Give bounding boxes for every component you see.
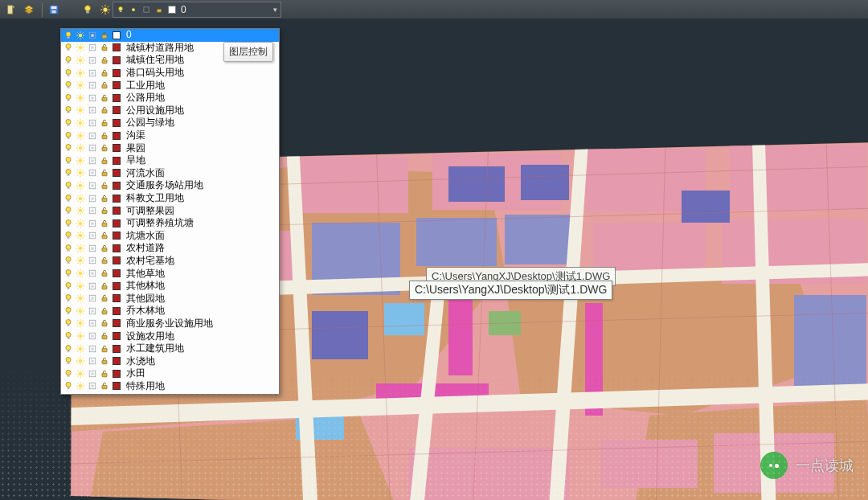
- lock-open-icon[interactable]: [99, 68, 110, 79]
- sun-icon[interactable]: [75, 393, 86, 394]
- viewport-freeze-icon[interactable]: [87, 330, 98, 342]
- layer-color-swatch[interactable]: [111, 368, 122, 379]
- viewport-freeze-icon[interactable]: [87, 305, 98, 317]
- bulb-icon[interactable]: [63, 393, 74, 394]
- lock-open-icon[interactable]: [99, 355, 110, 367]
- lock-open-icon[interactable]: [99, 268, 110, 279]
- lock-open-icon[interactable]: [99, 281, 110, 292]
- lock-open-icon[interactable]: [99, 180, 110, 191]
- layer-row[interactable]: 河流水面: [61, 167, 279, 180]
- layer-row[interactable]: 设施农用地: [61, 330, 279, 342]
- layer-color-swatch[interactable]: [111, 180, 122, 191]
- bulb-icon[interactable]: [63, 318, 74, 329]
- sun-icon-btn[interactable]: [97, 2, 113, 18]
- viewport-freeze-icon[interactable]: [87, 30, 98, 41]
- lock-open-icon[interactable]: [99, 130, 110, 141]
- sun-icon[interactable]: [75, 355, 86, 367]
- layer-row[interactable]: 水浇地: [61, 355, 279, 367]
- layer-row[interactable]: 交通服务场站用地: [61, 179, 279, 192]
- bulb-icon[interactable]: [63, 30, 74, 41]
- bulb-icon[interactable]: [63, 193, 74, 204]
- viewport-freeze-icon[interactable]: [87, 268, 98, 279]
- layer-color-swatch[interactable]: [111, 355, 122, 367]
- bulb-icon[interactable]: [63, 255, 74, 266]
- layer-color-swatch[interactable]: [111, 117, 122, 129]
- sun-icon[interactable]: [75, 268, 86, 279]
- sun-icon[interactable]: [75, 293, 86, 304]
- chevron-down-icon[interactable]: ▾: [269, 2, 280, 17]
- sun-icon[interactable]: [75, 92, 86, 104]
- sun-icon[interactable]: [75, 155, 86, 166]
- viewport-freeze-icon[interactable]: [87, 205, 98, 216]
- bulb-icon[interactable]: [63, 105, 74, 116]
- viewport-freeze-icon[interactable]: [87, 318, 98, 329]
- viewport-freeze-icon[interactable]: [87, 255, 98, 266]
- bulb-icon[interactable]: [63, 42, 74, 53]
- viewport-freeze-icon[interactable]: [87, 142, 98, 154]
- sun-icon[interactable]: [75, 105, 86, 116]
- sun-icon[interactable]: [75, 230, 86, 241]
- lock-open-icon[interactable]: [99, 230, 110, 241]
- sun-icon[interactable]: [75, 167, 86, 178]
- sun-icon[interactable]: [75, 180, 86, 191]
- bulb-icon[interactable]: [63, 268, 74, 279]
- sun-icon[interactable]: [75, 305, 86, 317]
- viewport-freeze-icon[interactable]: [87, 193, 98, 204]
- viewport-freeze-icon[interactable]: [87, 117, 98, 129]
- layer-row[interactable]: 其他园地: [61, 292, 279, 305]
- layer-color-swatch[interactable]: [111, 142, 122, 154]
- current-layer-combo[interactable]: 0 ▾: [113, 2, 281, 18]
- layer-color-swatch[interactable]: [111, 218, 122, 229]
- lock-open-icon[interactable]: [99, 117, 110, 129]
- layer-row[interactable]: 坑塘水面: [61, 230, 279, 243]
- viewport-freeze-icon[interactable]: [87, 80, 98, 91]
- layer-color-swatch[interactable]: [111, 155, 122, 166]
- viewport-freeze-icon[interactable]: [87, 380, 98, 391]
- layer-row[interactable]: 其他草地: [61, 267, 279, 280]
- lock-open-icon[interactable]: [99, 42, 110, 53]
- layer-row[interactable]: 可调整果园: [61, 204, 279, 217]
- viewport-freeze-icon[interactable]: [87, 105, 98, 116]
- layer-color-swatch[interactable]: [111, 243, 122, 254]
- lock-open-icon[interactable]: [99, 205, 110, 216]
- layer-row[interactable]: 工业用地: [61, 79, 279, 92]
- layer-row[interactable]: 商业服务业设施用地: [61, 318, 279, 330]
- bulb-icon[interactable]: [63, 343, 74, 355]
- sun-icon[interactable]: [75, 80, 86, 91]
- sun-icon[interactable]: [75, 218, 86, 229]
- layer-row[interactable]: 科教文卫用地: [61, 192, 279, 205]
- bulb-icon[interactable]: [63, 80, 74, 91]
- layer-row[interactable]: 港口码头用地: [61, 67, 279, 80]
- bulb-icon[interactable]: [63, 92, 74, 104]
- sun-icon[interactable]: [75, 193, 86, 204]
- layer-row[interactable]: 果园: [61, 141, 279, 154]
- layer-row[interactable]: 公路用地: [61, 92, 279, 105]
- toolbar-btn-c[interactable]: [46, 2, 62, 18]
- layer-row[interactable]: 沟渠: [61, 129, 279, 142]
- layer-color-swatch[interactable]: [111, 30, 122, 41]
- sun-icon[interactable]: [75, 343, 86, 355]
- bulb-icon[interactable]: [63, 180, 74, 191]
- layer-color-swatch[interactable]: [111, 230, 122, 241]
- viewport-freeze-icon[interactable]: [87, 155, 98, 166]
- lock-open-icon[interactable]: [99, 293, 110, 304]
- lock-open-icon[interactable]: [99, 393, 110, 394]
- layer-row[interactable]: 公用设施用地: [61, 105, 279, 117]
- sun-icon[interactable]: [75, 380, 86, 391]
- bulb-icon[interactable]: [63, 218, 74, 229]
- layer-row[interactable]: 水工建筑用地: [61, 342, 279, 355]
- sun-icon[interactable]: [75, 42, 86, 53]
- lock-open-icon[interactable]: [99, 243, 110, 254]
- lock-open-icon[interactable]: [99, 343, 110, 355]
- viewport-freeze-icon[interactable]: [87, 243, 98, 254]
- viewport-freeze-icon[interactable]: [87, 343, 98, 355]
- layer-row[interactable]: 公园与绿地: [61, 117, 279, 129]
- layer-color-swatch[interactable]: [111, 343, 122, 355]
- bulb-icon[interactable]: [63, 155, 74, 166]
- viewport-freeze-icon[interactable]: [87, 293, 98, 304]
- bulb-icon[interactable]: [63, 355, 74, 367]
- viewport-freeze-icon[interactable]: [87, 218, 98, 229]
- lock-open-icon[interactable]: [99, 305, 110, 317]
- lock-open-icon[interactable]: [99, 380, 110, 391]
- layer-row[interactable]: 特殊用地: [61, 380, 279, 393]
